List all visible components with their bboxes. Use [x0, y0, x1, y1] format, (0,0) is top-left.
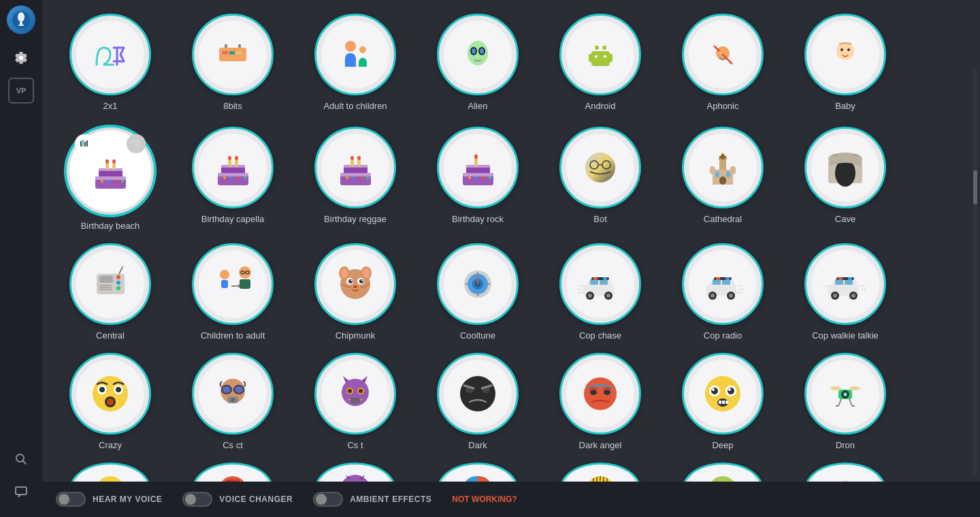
sidebar-vp[interactable]: VP	[8, 78, 34, 104]
svg-rect-6	[16, 487, 27, 495]
svg-point-259	[833, 481, 858, 482]
effect-cop-chase[interactable]: Cop chase	[539, 236, 662, 346]
effect-crazy[interactable]: Crazy	[49, 346, 172, 456]
ambient-effects-group: AMBIENT EFFECTS	[313, 492, 431, 507]
svg-rect-93	[719, 156, 726, 158]
effect-chipmunk[interactable]: Chipmunk	[294, 236, 416, 346]
svg-point-213	[728, 388, 731, 391]
effect-partial-7[interactable]	[784, 456, 906, 482]
svg-rect-25	[589, 54, 592, 62]
svg-rect-9	[229, 51, 235, 54]
effect-cave[interactable]: Cave	[784, 120, 906, 236]
effect-bot[interactable]: Bot	[539, 120, 662, 236]
effect-central[interactable]: Central	[49, 236, 172, 346]
svg-rect-141	[600, 279, 608, 285]
effect-deep[interactable]: Deep	[662, 346, 784, 456]
effect-dark[interactable]: Dark	[416, 346, 539, 456]
svg-point-201	[460, 376, 495, 411]
svg-point-199	[359, 389, 363, 393]
svg-rect-216	[722, 401, 725, 404]
svg-point-58	[223, 176, 226, 179]
effect-children-to-adult[interactable]: Children to adult	[172, 236, 294, 346]
not-working-button[interactable]: NOT WORKING?	[452, 495, 517, 504]
row-1: ♡	[49, 120, 966, 236]
effect-partial-2[interactable]	[172, 456, 294, 482]
sidebar-search[interactable]	[8, 446, 34, 472]
effect-dron[interactable]: Dron	[784, 346, 906, 456]
svg-point-227	[849, 386, 860, 390]
effect-partial-5[interactable]	[539, 456, 662, 482]
svg-point-110	[220, 270, 229, 279]
svg-rect-35	[82, 140, 84, 146]
effect-8bits[interactable]: 8bits	[172, 7, 294, 116]
svg-point-212	[712, 388, 715, 391]
svg-rect-2	[20, 22, 22, 25]
svg-rect-169	[838, 277, 843, 280]
effect-birthday-beach[interactable]: ♡	[49, 120, 172, 236]
svg-rect-76	[463, 173, 493, 176]
effect-cop-radio[interactable]: Cop radio	[662, 236, 784, 346]
svg-rect-96	[719, 176, 726, 185]
effect-birthday-rock[interactable]: Birthday rock	[416, 120, 539, 236]
hear-my-voice-toggle[interactable]	[56, 492, 86, 507]
effect-android[interactable]: Android	[539, 7, 662, 116]
effect-label-android: Android	[585, 101, 616, 111]
effect-cs-ct[interactable]: Cs ct	[172, 346, 294, 456]
equalizer-icon[interactable]	[75, 134, 94, 153]
heart-icon[interactable]: ♡	[127, 134, 146, 153]
sidebar-settings[interactable]	[8, 45, 34, 71]
effect-cathedral[interactable]: Cathedral	[662, 120, 784, 236]
effect-cooltune[interactable]: Cooltune	[416, 236, 539, 346]
svg-point-126	[359, 279, 363, 283]
svg-point-59	[230, 176, 233, 179]
sidebar-chat[interactable]	[8, 479, 34, 505]
svg-rect-153	[713, 279, 721, 285]
effect-label-8bits: 8bits	[223, 101, 242, 111]
effect-2x1[interactable]: 2x1	[49, 7, 172, 116]
effect-cop-walkie-talkie[interactable]: Cop walkie talkie	[784, 236, 906, 346]
effect-partial-4[interactable]	[416, 456, 539, 482]
effect-label-cop-chase: Cop chase	[579, 330, 621, 341]
svg-point-180	[99, 387, 105, 392]
effect-label-2x1: 2x1	[103, 101, 118, 111]
effect-aphonic[interactable]: Aphonic	[662, 7, 784, 116]
svg-rect-117	[240, 279, 250, 289]
toggle-knob-1	[59, 494, 69, 505]
effect-baby[interactable]: Baby	[784, 7, 906, 116]
effects-grid: 2x1 8bits	[42, 0, 980, 482]
svg-rect-26	[609, 54, 612, 62]
svg-point-19	[480, 48, 484, 54]
svg-rect-94	[715, 172, 719, 177]
effect-label-dron: Dron	[836, 440, 855, 450]
svg-point-80	[468, 176, 471, 179]
svg-rect-97	[710, 166, 715, 174]
svg-point-68	[350, 156, 354, 160]
effect-partial-6[interactable]	[662, 456, 784, 482]
ambient-effects-toggle[interactable]	[313, 492, 343, 507]
effect-icon-2x1	[69, 14, 151, 95]
svg-rect-157	[725, 277, 730, 280]
effect-cs-t[interactable]: Cs t	[294, 346, 416, 456]
svg-point-226	[830, 386, 841, 390]
svg-rect-64	[340, 173, 371, 176]
svg-line-222	[838, 399, 841, 406]
voice-changer-toggle[interactable]	[182, 492, 212, 507]
effect-dark-angel[interactable]: Dark angel	[539, 346, 662, 456]
effect-adult-to-children[interactable]: Adult to children	[294, 7, 416, 116]
svg-rect-111	[221, 280, 228, 288]
effect-label-birthday-reggae: Birthday reggae	[324, 214, 387, 224]
svg-point-127	[350, 280, 352, 281]
sidebar-bottom	[8, 446, 34, 512]
svg-point-198	[348, 389, 352, 393]
svg-point-79	[474, 154, 478, 159]
svg-point-210	[711, 388, 718, 394]
row-4-partial	[49, 456, 966, 482]
hear-my-voice-label: HEAR MY VOICE	[93, 495, 162, 504]
effect-birthday-reggae[interactable]: Birthday reggae	[294, 120, 416, 236]
svg-rect-170	[848, 277, 852, 280]
svg-point-56	[228, 156, 231, 160]
effect-birthday-capella[interactable]: Birthday capella	[172, 120, 294, 236]
effect-partial-3[interactable]	[294, 456, 416, 482]
effect-partial-1[interactable]	[49, 456, 172, 482]
effect-alien[interactable]: Alien	[416, 7, 539, 116]
